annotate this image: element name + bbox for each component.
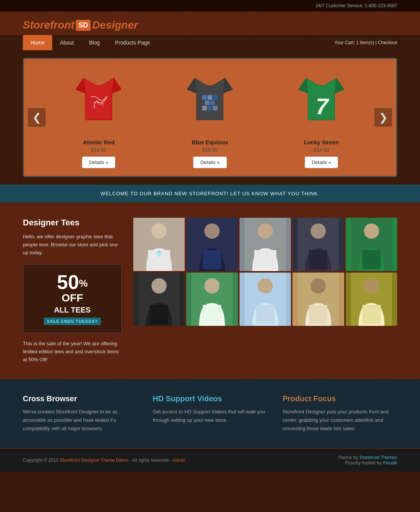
svg-rect-33 [256, 305, 274, 324]
photo-grid: 👕 [133, 218, 397, 364]
footer-hosted-by: Proudly hosted by [345, 460, 382, 466]
tshirt-atomic-red [64, 67, 133, 135]
feature-title-1: Cross Browser [23, 394, 137, 403]
svg-text:👕: 👕 [156, 251, 163, 257]
item-price-3: $14.50 [270, 147, 373, 153]
tshirt-lucky-seven: 7 [287, 67, 356, 135]
details-btn-3[interactable]: Details » [305, 156, 339, 168]
feature-product-focus: Product Focus Storefront Designer puts y… [283, 394, 397, 433]
slider-item-1: Atomic Red $18.50 Details » [47, 67, 150, 168]
svg-text:7: 7 [316, 94, 329, 119]
details-btn-2[interactable]: Details » [193, 156, 227, 168]
photo-5 [346, 218, 397, 271]
footer-right: Theme by Storefront Themes Proudly hoste… [338, 455, 397, 466]
nav-about[interactable]: About [52, 35, 81, 50]
svg-rect-0 [202, 95, 207, 100]
photo-8 [240, 273, 291, 326]
slider-section: ❮ Atomic Red $18.50 [0, 50, 420, 185]
designer-tees-desc: Hello, we offer designer graphic tees th… [23, 233, 122, 257]
item-price-2: $16.50 [158, 147, 262, 153]
svg-rect-1 [208, 95, 212, 100]
svg-rect-36 [309, 305, 327, 324]
sale-percent-line: 50% [31, 272, 114, 292]
nav-home[interactable]: Home [23, 35, 52, 50]
svg-point-17 [257, 223, 273, 239]
welcome-text: WELCOME TO OUR BRAND NEW STOREFRONT! LET… [101, 191, 320, 196]
sale-off: OFF [31, 292, 114, 304]
svg-point-23 [364, 223, 379, 239]
sale-percent: 50 [57, 271, 79, 293]
logo-designer: Designer [92, 19, 138, 31]
footer-host-link[interactable]: Kloude [383, 460, 397, 466]
logo-sd: SD [76, 20, 91, 31]
svg-rect-3 [205, 100, 209, 105]
photo-2 [186, 218, 238, 271]
features-section: Cross Browser We've created Storefront D… [0, 379, 420, 448]
logo-storefront: Storefront [23, 19, 74, 31]
svg-point-35 [311, 278, 326, 293]
logo: Storefront SD Designer [23, 19, 397, 31]
customer-service: 24/7 Customer Service: 1-800-123-4567 [316, 3, 397, 8]
sale-desc-text: This is the sale of the year! We are off… [23, 340, 122, 364]
nav-bar: Home About Blog Products Page Your Cart:… [0, 35, 420, 50]
slider-items: Atomic Red $18.50 Details » [47, 67, 373, 168]
photo-10 [346, 273, 397, 326]
svg-point-14 [204, 223, 220, 239]
top-bar: 24/7 Customer Service: 1-800-123-4567 [0, 0, 420, 11]
feature-desc-1: We've created Storefront Designer to be … [23, 408, 137, 433]
feature-cross-browser: Cross Browser We've created Storefront D… [23, 394, 137, 433]
feature-desc-2: Get access to HD Support Videos that wil… [153, 408, 267, 424]
sale-ends: SALE ENDS TUESDAY [44, 317, 101, 325]
item-name-3: Lucky Seven [270, 139, 373, 145]
svg-rect-39 [362, 305, 380, 324]
svg-rect-21 [309, 250, 327, 269]
slider-item-3: 7 Lucky Seven $14.50 Details » [270, 67, 373, 168]
svg-point-29 [204, 278, 220, 293]
footer-copyright: Copyright © 2010 [23, 458, 59, 463]
svg-rect-7 [213, 106, 217, 110]
svg-rect-5 [202, 106, 207, 110]
svg-point-10 [152, 223, 167, 239]
sale-superscript: % [79, 278, 88, 289]
nav-links: Home About Blog Products Page [23, 35, 334, 50]
feature-title-2: HD Support Videos [153, 394, 267, 403]
photo-4 [292, 218, 344, 271]
tshirt-blue-equinox [176, 67, 244, 135]
item-name-1: Atomic Red [47, 139, 150, 145]
nav-products[interactable]: Products Page [107, 35, 158, 50]
feature-desc-3: Storefront Designer puts your products f… [283, 408, 397, 433]
slider-container: ❮ Atomic Red $18.50 [23, 58, 397, 177]
photo-6 [133, 273, 185, 326]
photo-9 [292, 273, 344, 326]
svg-rect-15 [203, 250, 221, 269]
svg-point-20 [311, 223, 326, 239]
svg-rect-2 [213, 95, 217, 100]
left-panel: Designer Tees Hello, we offer designer g… [23, 218, 122, 364]
sale-all-tees: ALL TEES [31, 306, 114, 314]
footer: Copyright © 2010 Storefront Designer The… [0, 448, 420, 472]
svg-rect-18 [254, 250, 276, 269]
welcome-banner: WELCOME TO OUR BRAND NEW STOREFRONT! LET… [0, 185, 420, 203]
footer-admin-link[interactable]: Admin [172, 458, 185, 463]
checkout-link[interactable]: Checkout [378, 40, 397, 45]
slider-right-arrow[interactable]: ❯ [374, 108, 392, 127]
nav-blog[interactable]: Blog [81, 35, 107, 50]
footer-brand-link[interactable]: Storefront Designer Theme Demo [60, 458, 128, 463]
footer-rights: - All rights reserved - [129, 458, 172, 463]
designer-tees-title: Designer Tees [23, 218, 122, 228]
svg-rect-24 [362, 250, 380, 269]
photo-3 [240, 218, 291, 271]
photo-1: 👕 [133, 218, 185, 271]
details-btn-1[interactable]: Details » [82, 156, 116, 168]
svg-rect-30 [203, 305, 221, 324]
feature-title-3: Product Focus [283, 394, 397, 403]
photo-7 [186, 273, 238, 326]
footer-theme-link[interactable]: Storefront Themes [359, 455, 397, 460]
feature-hd-videos: HD Support Videos Get access to HD Suppo… [153, 394, 267, 433]
footer-theme-by: Theme by [338, 455, 358, 460]
slider-left-arrow[interactable]: ❮ [28, 108, 46, 127]
svg-rect-27 [150, 305, 168, 324]
header: Storefront SD Designer [0, 11, 420, 35]
item-name-2: Blue Equinox [158, 139, 262, 145]
sale-box: 50% OFF ALL TEES SALE ENDS TUESDAY [23, 264, 122, 333]
